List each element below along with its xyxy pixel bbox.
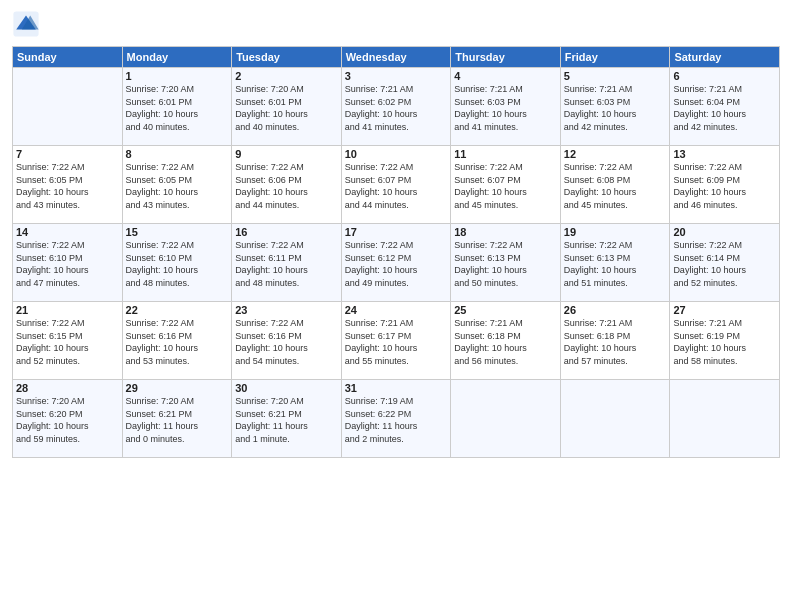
day-info: Sunrise: 7:21 AMSunset: 6:04 PMDaylight:… bbox=[673, 83, 776, 133]
calendar-cell: 21Sunrise: 7:22 AMSunset: 6:15 PMDayligh… bbox=[13, 302, 123, 380]
day-info: Sunrise: 7:20 AMSunset: 6:01 PMDaylight:… bbox=[235, 83, 338, 133]
day-info: Sunrise: 7:22 AMSunset: 6:16 PMDaylight:… bbox=[235, 317, 338, 367]
calendar-cell: 13Sunrise: 7:22 AMSunset: 6:09 PMDayligh… bbox=[670, 146, 780, 224]
calendar-cell: 14Sunrise: 7:22 AMSunset: 6:10 PMDayligh… bbox=[13, 224, 123, 302]
calendar-cell: 26Sunrise: 7:21 AMSunset: 6:18 PMDayligh… bbox=[560, 302, 670, 380]
page-header bbox=[12, 10, 780, 38]
calendar-cell: 28Sunrise: 7:20 AMSunset: 6:20 PMDayligh… bbox=[13, 380, 123, 458]
column-header-sunday: Sunday bbox=[13, 47, 123, 68]
day-number: 2 bbox=[235, 70, 338, 82]
day-info: Sunrise: 7:22 AMSunset: 6:07 PMDaylight:… bbox=[345, 161, 448, 211]
calendar-table: SundayMondayTuesdayWednesdayThursdayFrid… bbox=[12, 46, 780, 458]
calendar-cell: 6Sunrise: 7:21 AMSunset: 6:04 PMDaylight… bbox=[670, 68, 780, 146]
day-number: 3 bbox=[345, 70, 448, 82]
day-info: Sunrise: 7:22 AMSunset: 6:08 PMDaylight:… bbox=[564, 161, 667, 211]
calendar-cell: 19Sunrise: 7:22 AMSunset: 6:13 PMDayligh… bbox=[560, 224, 670, 302]
day-info: Sunrise: 7:22 AMSunset: 6:05 PMDaylight:… bbox=[126, 161, 229, 211]
day-number: 22 bbox=[126, 304, 229, 316]
day-info: Sunrise: 7:22 AMSunset: 6:05 PMDaylight:… bbox=[16, 161, 119, 211]
day-number: 13 bbox=[673, 148, 776, 160]
day-info: Sunrise: 7:22 AMSunset: 6:15 PMDaylight:… bbox=[16, 317, 119, 367]
column-header-wednesday: Wednesday bbox=[341, 47, 451, 68]
day-number: 26 bbox=[564, 304, 667, 316]
day-info: Sunrise: 7:22 AMSunset: 6:07 PMDaylight:… bbox=[454, 161, 557, 211]
day-info: Sunrise: 7:21 AMSunset: 6:02 PMDaylight:… bbox=[345, 83, 448, 133]
day-info: Sunrise: 7:20 AMSunset: 6:21 PMDaylight:… bbox=[235, 395, 338, 445]
calendar-cell: 29Sunrise: 7:20 AMSunset: 6:21 PMDayligh… bbox=[122, 380, 232, 458]
column-header-friday: Friday bbox=[560, 47, 670, 68]
calendar-cell: 24Sunrise: 7:21 AMSunset: 6:17 PMDayligh… bbox=[341, 302, 451, 380]
day-info: Sunrise: 7:20 AMSunset: 6:21 PMDaylight:… bbox=[126, 395, 229, 445]
week-row-2: 7Sunrise: 7:22 AMSunset: 6:05 PMDaylight… bbox=[13, 146, 780, 224]
day-number: 10 bbox=[345, 148, 448, 160]
calendar-cell: 4Sunrise: 7:21 AMSunset: 6:03 PMDaylight… bbox=[451, 68, 561, 146]
day-info: Sunrise: 7:19 AMSunset: 6:22 PMDaylight:… bbox=[345, 395, 448, 445]
header-row: SundayMondayTuesdayWednesdayThursdayFrid… bbox=[13, 47, 780, 68]
calendar-cell: 27Sunrise: 7:21 AMSunset: 6:19 PMDayligh… bbox=[670, 302, 780, 380]
calendar-cell bbox=[451, 380, 561, 458]
day-info: Sunrise: 7:22 AMSunset: 6:12 PMDaylight:… bbox=[345, 239, 448, 289]
day-info: Sunrise: 7:21 AMSunset: 6:18 PMDaylight:… bbox=[564, 317, 667, 367]
day-number: 4 bbox=[454, 70, 557, 82]
column-header-tuesday: Tuesday bbox=[232, 47, 342, 68]
week-row-1: 1Sunrise: 7:20 AMSunset: 6:01 PMDaylight… bbox=[13, 68, 780, 146]
day-number: 25 bbox=[454, 304, 557, 316]
week-row-4: 21Sunrise: 7:22 AMSunset: 6:15 PMDayligh… bbox=[13, 302, 780, 380]
day-info: Sunrise: 7:20 AMSunset: 6:20 PMDaylight:… bbox=[16, 395, 119, 445]
day-number: 1 bbox=[126, 70, 229, 82]
day-number: 20 bbox=[673, 226, 776, 238]
calendar-cell: 7Sunrise: 7:22 AMSunset: 6:05 PMDaylight… bbox=[13, 146, 123, 224]
calendar-cell: 9Sunrise: 7:22 AMSunset: 6:06 PMDaylight… bbox=[232, 146, 342, 224]
calendar-cell: 17Sunrise: 7:22 AMSunset: 6:12 PMDayligh… bbox=[341, 224, 451, 302]
calendar-cell: 18Sunrise: 7:22 AMSunset: 6:13 PMDayligh… bbox=[451, 224, 561, 302]
calendar-cell: 12Sunrise: 7:22 AMSunset: 6:08 PMDayligh… bbox=[560, 146, 670, 224]
page-container: SundayMondayTuesdayWednesdayThursdayFrid… bbox=[0, 0, 792, 466]
calendar-cell: 15Sunrise: 7:22 AMSunset: 6:10 PMDayligh… bbox=[122, 224, 232, 302]
calendar-cell: 3Sunrise: 7:21 AMSunset: 6:02 PMDaylight… bbox=[341, 68, 451, 146]
calendar-cell: 5Sunrise: 7:21 AMSunset: 6:03 PMDaylight… bbox=[560, 68, 670, 146]
day-info: Sunrise: 7:21 AMSunset: 6:03 PMDaylight:… bbox=[454, 83, 557, 133]
column-header-thursday: Thursday bbox=[451, 47, 561, 68]
day-number: 24 bbox=[345, 304, 448, 316]
calendar-cell: 1Sunrise: 7:20 AMSunset: 6:01 PMDaylight… bbox=[122, 68, 232, 146]
column-header-saturday: Saturday bbox=[670, 47, 780, 68]
day-number: 12 bbox=[564, 148, 667, 160]
day-number: 16 bbox=[235, 226, 338, 238]
day-info: Sunrise: 7:22 AMSunset: 6:16 PMDaylight:… bbox=[126, 317, 229, 367]
calendar-cell: 11Sunrise: 7:22 AMSunset: 6:07 PMDayligh… bbox=[451, 146, 561, 224]
calendar-cell: 31Sunrise: 7:19 AMSunset: 6:22 PMDayligh… bbox=[341, 380, 451, 458]
day-number: 5 bbox=[564, 70, 667, 82]
day-number: 6 bbox=[673, 70, 776, 82]
day-info: Sunrise: 7:21 AMSunset: 6:19 PMDaylight:… bbox=[673, 317, 776, 367]
day-info: Sunrise: 7:22 AMSunset: 6:10 PMDaylight:… bbox=[16, 239, 119, 289]
calendar-cell: 8Sunrise: 7:22 AMSunset: 6:05 PMDaylight… bbox=[122, 146, 232, 224]
day-info: Sunrise: 7:22 AMSunset: 6:09 PMDaylight:… bbox=[673, 161, 776, 211]
column-header-monday: Monday bbox=[122, 47, 232, 68]
day-number: 28 bbox=[16, 382, 119, 394]
day-number: 7 bbox=[16, 148, 119, 160]
day-info: Sunrise: 7:22 AMSunset: 6:13 PMDaylight:… bbox=[564, 239, 667, 289]
calendar-cell bbox=[13, 68, 123, 146]
week-row-3: 14Sunrise: 7:22 AMSunset: 6:10 PMDayligh… bbox=[13, 224, 780, 302]
calendar-cell: 23Sunrise: 7:22 AMSunset: 6:16 PMDayligh… bbox=[232, 302, 342, 380]
day-info: Sunrise: 7:22 AMSunset: 6:14 PMDaylight:… bbox=[673, 239, 776, 289]
calendar-cell: 16Sunrise: 7:22 AMSunset: 6:11 PMDayligh… bbox=[232, 224, 342, 302]
day-number: 15 bbox=[126, 226, 229, 238]
calendar-cell: 25Sunrise: 7:21 AMSunset: 6:18 PMDayligh… bbox=[451, 302, 561, 380]
day-number: 11 bbox=[454, 148, 557, 160]
logo bbox=[12, 10, 42, 38]
calendar-cell: 22Sunrise: 7:22 AMSunset: 6:16 PMDayligh… bbox=[122, 302, 232, 380]
day-info: Sunrise: 7:21 AMSunset: 6:17 PMDaylight:… bbox=[345, 317, 448, 367]
day-info: Sunrise: 7:22 AMSunset: 6:11 PMDaylight:… bbox=[235, 239, 338, 289]
day-number: 14 bbox=[16, 226, 119, 238]
day-number: 19 bbox=[564, 226, 667, 238]
day-info: Sunrise: 7:21 AMSunset: 6:18 PMDaylight:… bbox=[454, 317, 557, 367]
day-info: Sunrise: 7:20 AMSunset: 6:01 PMDaylight:… bbox=[126, 83, 229, 133]
day-number: 8 bbox=[126, 148, 229, 160]
calendar-cell bbox=[560, 380, 670, 458]
logo-icon bbox=[12, 10, 40, 38]
day-number: 30 bbox=[235, 382, 338, 394]
day-number: 18 bbox=[454, 226, 557, 238]
calendar-cell: 30Sunrise: 7:20 AMSunset: 6:21 PMDayligh… bbox=[232, 380, 342, 458]
calendar-cell: 2Sunrise: 7:20 AMSunset: 6:01 PMDaylight… bbox=[232, 68, 342, 146]
